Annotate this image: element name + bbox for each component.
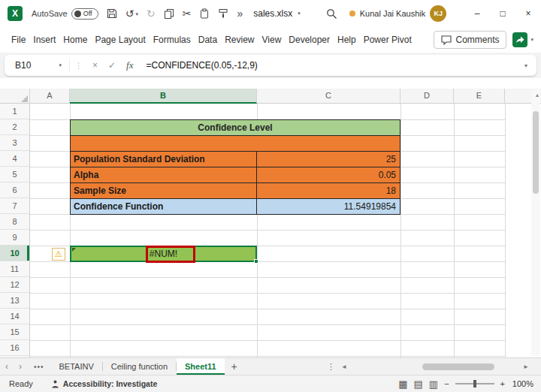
- paste-button[interactable]: [199, 8, 210, 19]
- column-header-c[interactable]: C: [257, 89, 400, 104]
- tab-page-layout[interactable]: Page Layout: [91, 27, 149, 53]
- maximize-button[interactable]: □: [490, 0, 515, 27]
- tab-view[interactable]: View: [258, 27, 286, 53]
- cut-button[interactable]: ✂: [183, 8, 192, 19]
- scroll-up-icon[interactable]: ▴: [536, 92, 539, 98]
- vertical-scrollbar[interactable]: ▴: [531, 90, 540, 356]
- fill-handle[interactable]: [254, 259, 258, 264]
- format-painter-button[interactable]: [218, 8, 228, 19]
- search-button[interactable]: [326, 8, 337, 20]
- formula-input[interactable]: =CONFIDENCE(0.05,-12,9): [146, 60, 257, 71]
- zoom-out-button[interactable]: −: [444, 379, 449, 388]
- select-all-corner[interactable]: [0, 89, 30, 104]
- cell-b6-label[interactable]: Sample Size: [71, 183, 257, 198]
- copy-button[interactable]: [164, 8, 174, 19]
- formula-bar-drag-handle[interactable]: ⋮: [69, 59, 87, 72]
- scroll-left-icon[interactable]: ◄: [341, 363, 347, 370]
- row-header-6[interactable]: 6: [0, 182, 29, 198]
- column-header-e[interactable]: E: [454, 89, 505, 104]
- zoom-in-button[interactable]: +: [500, 379, 505, 388]
- expand-formula-bar-icon[interactable]: ▾: [524, 62, 527, 69]
- tab-formulas[interactable]: Formulas: [150, 27, 195, 53]
- column-header-a[interactable]: A: [30, 89, 70, 104]
- new-sheet-button[interactable]: +: [225, 360, 244, 372]
- tab-bar-menu-icon[interactable]: ⋮: [327, 362, 335, 372]
- sheet-prev-icon[interactable]: ‹: [0, 361, 14, 372]
- avatar[interactable]: KJ: [430, 5, 446, 22]
- row-header-1[interactable]: 1: [0, 104, 29, 119]
- cell-c4-value[interactable]: 25: [257, 152, 400, 167]
- more-commands-button[interactable]: »: [237, 8, 243, 19]
- cut-icon: ✂: [183, 8, 192, 19]
- row-header-11[interactable]: 11: [0, 261, 29, 277]
- tab-help[interactable]: Help: [334, 27, 360, 53]
- normal-view-button[interactable]: ▦: [398, 379, 407, 389]
- row-header-7[interactable]: 7: [0, 198, 29, 214]
- tab-insert[interactable]: Insert: [29, 27, 59, 53]
- zoom-slider-thumb[interactable]: [473, 380, 476, 387]
- redo-icon: ↻: [147, 8, 156, 19]
- tab-review[interactable]: Review: [221, 27, 258, 53]
- page-break-view-button[interactable]: ▥: [429, 379, 438, 389]
- document-title-button[interactable]: sales.xlsx ▾: [253, 8, 301, 19]
- row-header-10[interactable]: 10: [0, 246, 29, 261]
- name-box-dropdown-icon[interactable]: ▾: [59, 62, 62, 68]
- sheet-list-icon[interactable]: •••: [27, 363, 51, 371]
- name-box[interactable]: B10 ▾: [5, 55, 69, 76]
- table-blank-row[interactable]: [71, 136, 400, 152]
- tab-power-pivot[interactable]: Power Pivot: [360, 27, 416, 53]
- cell-c5-value[interactable]: 0.05: [257, 167, 400, 182]
- tab-data[interactable]: Data: [195, 27, 221, 53]
- horizontal-scrollbar-thumb[interactable]: [422, 363, 494, 370]
- scroll-right-icon[interactable]: ►: [523, 363, 529, 370]
- page-layout-view-button[interactable]: ▤: [414, 379, 423, 389]
- cell-c7-value[interactable]: 11.54919854: [257, 199, 400, 214]
- tab-developer[interactable]: Developer: [285, 27, 334, 53]
- row-header-13[interactable]: 13: [0, 293, 29, 309]
- row-header-3[interactable]: 3: [0, 135, 29, 151]
- row-header-4[interactable]: 4: [0, 151, 29, 167]
- row-header-2[interactable]: 2: [0, 119, 29, 135]
- tab-file[interactable]: File: [8, 27, 29, 53]
- cell-b7-label[interactable]: Confidence Function: [71, 199, 257, 214]
- sheet-tab-sheet11-active[interactable]: Sheet11: [177, 358, 225, 375]
- sheet-tab-betainv[interactable]: BETAINV: [51, 358, 102, 375]
- cell-b5-label[interactable]: Alpha: [71, 167, 257, 182]
- share-button[interactable]: ▾: [512, 32, 533, 47]
- excel-logo-icon[interactable]: X: [8, 6, 23, 21]
- row-header-9[interactable]: 9: [0, 230, 29, 246]
- autosave-switch[interactable]: Off: [71, 8, 98, 20]
- insert-function-button[interactable]: fx: [121, 59, 138, 71]
- cell-b4-label[interactable]: Population Standard Deviation: [71, 152, 257, 167]
- row-header-14[interactable]: 14: [0, 309, 29, 324]
- tab-home[interactable]: Home: [59, 27, 91, 53]
- accessibility-status[interactable]: Accessibility: Investigate: [51, 379, 157, 388]
- comments-button[interactable]: Comments: [434, 31, 506, 49]
- column-header-b[interactable]: B: [70, 89, 257, 104]
- undo-dropdown-icon[interactable]: ▾: [135, 11, 138, 17]
- sheet-tab-ceiling-function[interactable]: Ceiling function: [103, 358, 176, 375]
- enter-formula-button[interactable]: ✓: [103, 60, 121, 71]
- save-button[interactable]: [107, 8, 117, 19]
- zoom-slider[interactable]: [455, 383, 494, 384]
- zoom-level[interactable]: 100%: [511, 379, 533, 388]
- horizontal-scrollbar[interactable]: ◄ ►: [341, 362, 529, 372]
- sheet-next-icon[interactable]: ›: [14, 361, 27, 372]
- close-button[interactable]: ×: [515, 0, 541, 27]
- redo-button[interactable]: ↻: [147, 8, 156, 19]
- account-area[interactable]: Kunal Jai Kaushik KJ: [349, 5, 446, 22]
- column-header-d[interactable]: D: [400, 89, 454, 104]
- table-title-cell[interactable]: Confidence Level: [71, 120, 400, 136]
- undo-button[interactable]: ↺ ▾: [125, 8, 138, 19]
- row-header-8[interactable]: 8: [0, 214, 29, 230]
- cancel-formula-button[interactable]: ×: [87, 60, 103, 71]
- vertical-scrollbar-thumb[interactable]: [533, 111, 539, 194]
- row-header-16[interactable]: 16: [0, 340, 29, 356]
- row-header-15[interactable]: 15: [0, 324, 29, 340]
- row-header-5[interactable]: 5: [0, 167, 29, 182]
- error-options-button[interactable]: ⚠: [52, 248, 65, 261]
- autosave-toggle[interactable]: AutoSave Off: [32, 8, 98, 20]
- minimize-button[interactable]: –: [464, 0, 490, 27]
- row-header-12[interactable]: 12: [0, 277, 29, 293]
- cell-c6-value[interactable]: 18: [257, 183, 400, 198]
